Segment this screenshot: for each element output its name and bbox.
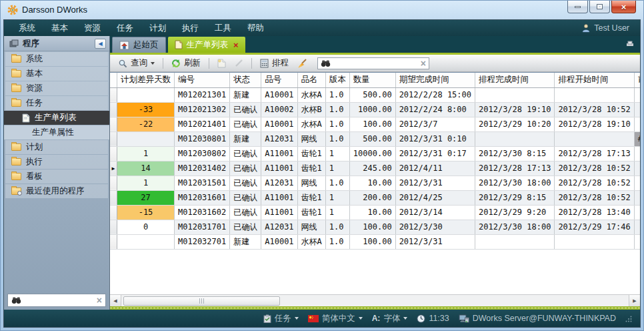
font-menu[interactable]: A: 字体	[372, 313, 408, 324]
clean-button[interactable]	[295, 57, 310, 69]
scroll-right-button[interactable]: ▶	[629, 295, 640, 306]
cell-qty: 200.00	[349, 190, 395, 205]
menu-item-0[interactable]: 系统	[11, 21, 43, 36]
edit-button[interactable]	[232, 57, 246, 69]
table-row[interactable]: -33M012021302已确认A10002水杯B1.01000.002012/…	[110, 102, 640, 117]
maximize-button[interactable]	[589, 1, 610, 13]
menu-item-4[interactable]: 计划	[141, 21, 174, 36]
row-selector-cell[interactable]	[110, 87, 117, 102]
resize-grip[interactable]	[625, 315, 632, 322]
tab-close-icon[interactable]: ×	[233, 41, 239, 49]
menu-bar: 系统基本资源任务计划执行工具帮助 Test User	[4, 20, 640, 36]
tab-list-button[interactable]	[625, 40, 635, 47]
sidebar-item-3[interactable]: 任务	[5, 96, 108, 110]
menu-item-5[interactable]: 执行	[174, 21, 207, 36]
sidebar-collapse-button[interactable]: ◀	[95, 39, 106, 49]
new-document-button[interactable]	[215, 57, 229, 69]
cell-item_name: 网线	[297, 176, 325, 190]
menu-item-2[interactable]: 资源	[76, 21, 109, 36]
accent-dashed-strip	[110, 306, 640, 310]
cell-item_no: A10001	[261, 87, 297, 102]
chevron-down-icon[interactable]	[295, 317, 299, 320]
table-row[interactable]: ▶14M012031402已确认A11001齿轮11245.002012/4/1…	[110, 161, 640, 176]
sidebar-search-clear-icon[interactable]: ×	[97, 296, 102, 305]
chevron-down-icon[interactable]	[403, 317, 407, 320]
tab-0[interactable]: 起始页	[112, 37, 166, 53]
column-header-sched_start[interactable]: 排程开始时间	[555, 73, 634, 87]
column-header-item_no[interactable]: 品号	[261, 73, 297, 87]
column-header-no[interactable]: 编号	[175, 73, 230, 87]
column-header-version[interactable]: 版本	[325, 73, 349, 87]
scroll-left-button[interactable]: ◀	[110, 295, 121, 306]
menu-item-7[interactable]: 帮助	[239, 21, 272, 36]
row-selector-cell[interactable]	[110, 117, 117, 131]
close-button[interactable]: ×	[611, 1, 636, 13]
current-row-marker[interactable]: ▶	[110, 161, 117, 176]
chevron-down-icon[interactable]	[359, 317, 363, 320]
menu-item-1[interactable]: 基本	[43, 21, 76, 36]
cell-qty: 100.00	[349, 117, 395, 131]
language-menu[interactable]: 简体中文	[308, 313, 363, 324]
table-row[interactable]: -22M012021401已确认A10001水杯A1.0100.002012/3…	[110, 117, 640, 131]
query-button[interactable]: 查询	[115, 56, 157, 70]
refresh-button[interactable]: 刷新	[169, 56, 203, 70]
column-header-expect_time[interactable]: 期望完成时间	[395, 73, 475, 87]
table-row[interactable]: 1M012030802已确认A11001齿轮1110000.002012/3/3…	[110, 146, 640, 161]
row-selector-cell[interactable]	[110, 205, 117, 220]
schedule-button[interactable]: 排程	[257, 56, 291, 70]
scrollbar-thumb[interactable]	[123, 296, 280, 306]
sidebar-item-5[interactable]: 生产单属性	[4, 125, 109, 139]
column-header-selector[interactable]	[110, 73, 117, 87]
minimize-button[interactable]	[567, 1, 588, 13]
column-header-overflow[interactable]: 前	[634, 73, 640, 87]
sidebar-item-1[interactable]: 基本	[5, 67, 108, 81]
chevron-down-icon[interactable]	[151, 62, 155, 65]
row-selector-cell[interactable]	[110, 131, 117, 146]
cell-diff: 0	[117, 220, 175, 234]
table-row[interactable]: M012030801新建A12031网线1.0500.002012/3/31 0…	[110, 131, 640, 146]
cell-sched_start: 2012/3/28 19:10	[555, 117, 634, 131]
table-row[interactable]: -15M012031602已确认A11001齿轮1110.002012/3/14…	[110, 205, 640, 220]
column-header-status[interactable]: 状态	[230, 73, 261, 87]
task-menu[interactable]: 任务	[263, 313, 299, 324]
user-indicator: Test User	[581, 23, 633, 33]
toolbar-search-input[interactable]	[333, 58, 418, 69]
row-selector-cell[interactable]	[110, 102, 117, 117]
sidebar-search-input[interactable]	[25, 295, 93, 306]
column-header-item_name[interactable]: 品名	[297, 73, 325, 87]
binoculars-icon	[321, 59, 331, 67]
cell-item_no: A10002	[261, 102, 297, 117]
menu-item-6[interactable]: 工具	[207, 21, 239, 36]
sidebar-item-7[interactable]: 执行	[5, 155, 108, 169]
table-row[interactable]: 0M012031701已确认A12031网线1.0100.002012/3/30…	[110, 220, 640, 234]
cell-status: 已确认	[230, 102, 261, 117]
cell-sched_start: 2012/3/29 17:46	[555, 220, 634, 234]
sidebar-item-2[interactable]: 资源	[5, 81, 108, 95]
app-window: Darsson DWorks × 系统基本资源任务计划执行工具帮助 Test U…	[0, 0, 644, 331]
row-selector-cell[interactable]	[110, 146, 117, 161]
table-row[interactable]: 27M012031601已确认A11001齿轮11200.002012/4/25…	[110, 190, 640, 205]
row-selector-cell[interactable]	[110, 190, 117, 205]
column-header-qty[interactable]: 数量	[349, 73, 395, 87]
table-row[interactable]: 1M012031501已确认A12031网线1.010.002012/3/312…	[110, 176, 640, 190]
sidebar-item-9[interactable]: 最近使用的程序	[5, 184, 108, 198]
tab-1[interactable]: 生产单列表×	[168, 37, 245, 53]
cell-diff: 1	[117, 176, 175, 190]
cell-overflow	[634, 87, 640, 102]
toolbar-search-clear-icon[interactable]: ×	[421, 59, 426, 68]
sidebar-item-6[interactable]: 计划	[5, 140, 108, 154]
row-selector-cell[interactable]	[110, 176, 117, 190]
sidebar-item-0[interactable]: 系统	[5, 52, 108, 66]
minimize-icon	[575, 6, 581, 8]
row-selector-cell[interactable]	[110, 220, 117, 234]
sidebar-item-4[interactable]: 生产单列表	[4, 111, 109, 125]
horizontal-scrollbar[interactable]: ◀ ▶	[110, 294, 640, 306]
menu-item-3[interactable]: 任务	[109, 21, 141, 36]
table-row[interactable]: M012032701新建A10001水杯A1.0100.002012/3/31	[110, 234, 640, 249]
cell-diff: -15	[117, 205, 175, 220]
table-row[interactable]: M012021301新建A10001水杯A1.0500.002012/2/28 …	[110, 87, 640, 102]
row-selector-cell[interactable]	[110, 234, 117, 249]
column-header-sched_end[interactable]: 排程完成时间	[475, 73, 555, 87]
column-header-diff[interactable]: 计划差异天数	[117, 73, 175, 87]
sidebar-item-8[interactable]: 看板	[5, 170, 108, 184]
